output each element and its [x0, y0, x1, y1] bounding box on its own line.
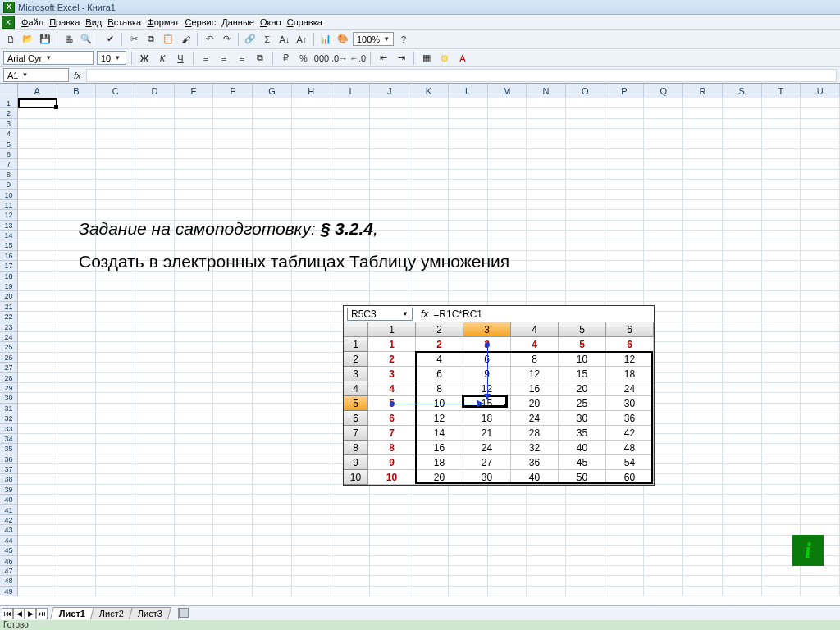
cell[interactable]: [566, 576, 605, 586]
cell[interactable]: [644, 587, 683, 596]
cell[interactable]: [213, 200, 253, 210]
cell[interactable]: [488, 566, 527, 576]
cell[interactable]: [57, 404, 97, 413]
cell[interactable]: [370, 485, 409, 495]
cell[interactable]: [57, 413, 97, 423]
cell[interactable]: [683, 363, 723, 372]
cell[interactable]: [135, 383, 175, 393]
cell[interactable]: [253, 272, 292, 281]
cell[interactable]: [18, 556, 57, 566]
cell[interactable]: [253, 536, 292, 546]
cell[interactable]: [18, 322, 57, 332]
cell[interactable]: [253, 383, 292, 393]
cell[interactable]: [213, 546, 253, 555]
cell[interactable]: [292, 444, 331, 454]
cell[interactable]: [723, 332, 762, 342]
cell[interactable]: [253, 485, 292, 495]
cell[interactable]: [644, 108, 683, 118]
col-header-N[interactable]: N: [527, 84, 566, 98]
cell[interactable]: [135, 373, 175, 383]
cell[interactable]: [135, 546, 175, 555]
cell[interactable]: [175, 312, 214, 322]
cell[interactable]: [135, 587, 175, 596]
cell[interactable]: [801, 272, 840, 281]
cell[interactable]: [488, 139, 527, 149]
cell[interactable]: [683, 556, 723, 566]
cell[interactable]: [18, 240, 57, 250]
cell[interactable]: [762, 353, 801, 363]
align-right-icon[interactable]: ≡: [235, 51, 249, 66]
cell[interactable]: [57, 149, 97, 159]
row-header[interactable]: 32: [0, 413, 18, 423]
cell[interactable]: [213, 129, 253, 139]
cell[interactable]: [566, 200, 605, 210]
cell[interactable]: [801, 505, 840, 515]
cell[interactable]: [370, 515, 409, 525]
cell[interactable]: [605, 556, 645, 566]
merge-icon[interactable]: ⧉: [253, 51, 267, 66]
cell[interactable]: [213, 383, 253, 393]
cell[interactable]: [723, 485, 762, 495]
cell[interactable]: [488, 546, 527, 555]
cell[interactable]: [213, 434, 253, 444]
row-header[interactable]: 15: [0, 240, 18, 250]
cell[interactable]: [292, 454, 331, 464]
cell[interactable]: [683, 200, 723, 210]
cell[interactable]: [449, 505, 488, 515]
cell[interactable]: [449, 515, 488, 525]
cell[interactable]: [566, 485, 605, 495]
cell[interactable]: [175, 515, 214, 525]
cell[interactable]: [96, 363, 135, 372]
cell[interactable]: [175, 149, 214, 159]
cell[interactable]: [175, 302, 214, 312]
cell[interactable]: [801, 312, 840, 322]
cell[interactable]: [683, 495, 723, 504]
cell[interactable]: [801, 251, 840, 261]
cell[interactable]: [175, 383, 214, 393]
cell[interactable]: [96, 129, 135, 139]
cell[interactable]: [723, 536, 762, 546]
cell[interactable]: [96, 464, 135, 474]
zoom-combo[interactable]: 100%▼: [353, 32, 394, 46]
row-header[interactable]: 24: [0, 332, 18, 342]
cell[interactable]: [762, 180, 801, 189]
cell[interactable]: [762, 149, 801, 159]
cell[interactable]: [723, 231, 762, 240]
cell[interactable]: [762, 383, 801, 393]
cell[interactable]: [135, 556, 175, 566]
cell[interactable]: [488, 170, 527, 180]
menu-правка[interactable]: Правка: [48, 16, 81, 28]
cell[interactable]: [488, 576, 527, 586]
cell[interactable]: [644, 129, 683, 139]
spellcheck-icon[interactable]: ✔: [103, 32, 117, 47]
cell[interactable]: [135, 464, 175, 474]
row-header[interactable]: 18: [0, 272, 18, 281]
cell[interactable]: [370, 180, 409, 189]
cell[interactable]: [135, 322, 175, 332]
cell[interactable]: [566, 139, 605, 149]
cell[interactable]: [18, 413, 57, 423]
cell[interactable]: [605, 210, 645, 220]
cell[interactable]: [213, 363, 253, 372]
cell[interactable]: [488, 149, 527, 159]
cell[interactable]: [96, 190, 135, 200]
col-header-I[interactable]: I: [331, 84, 371, 98]
copy-icon[interactable]: ⧉: [144, 32, 158, 47]
cell[interactable]: [723, 576, 762, 586]
row-header[interactable]: 37: [0, 464, 18, 474]
cell[interactable]: [292, 404, 331, 413]
cell[interactable]: [57, 119, 97, 129]
cell[interactable]: [18, 190, 57, 200]
cell[interactable]: [409, 149, 449, 159]
row-header[interactable]: 17: [0, 261, 18, 271]
cell[interactable]: [292, 353, 331, 363]
paste-icon[interactable]: 📋: [161, 32, 176, 47]
cell[interactable]: [488, 291, 527, 301]
cell[interactable]: [605, 190, 645, 200]
cell[interactable]: [723, 444, 762, 454]
cell[interactable]: [644, 505, 683, 515]
cell[interactable]: [801, 444, 840, 454]
cell[interactable]: [605, 495, 645, 504]
cell[interactable]: [18, 485, 57, 495]
cell[interactable]: [762, 515, 801, 525]
